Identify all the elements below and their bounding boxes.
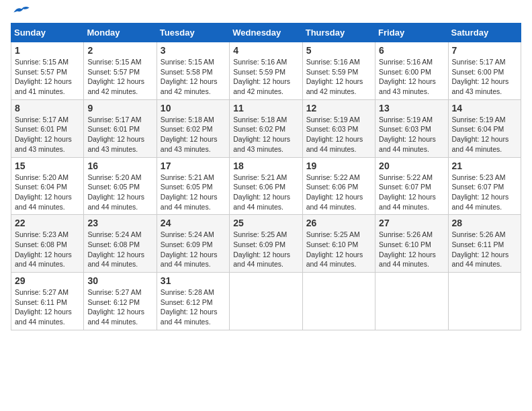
day-header-thursday: Thursday <box>302 24 375 42</box>
day-info: Sunrise: 5:23 AM Sunset: 6:07 PM Dayligh… <box>452 173 517 212</box>
calendar-cell: 29 Sunrise: 5:27 AM Sunset: 6:11 PM Dayl… <box>11 273 84 330</box>
calendar-cell: 16 Sunrise: 5:20 AM Sunset: 6:05 PM Dayl… <box>84 157 157 215</box>
day-number: 5 <box>306 45 371 56</box>
day-header-saturday: Saturday <box>448 24 521 42</box>
day-number: 12 <box>306 103 371 113</box>
calendar-cell: 18 Sunrise: 5:21 AM Sunset: 6:06 PM Dayl… <box>230 157 302 215</box>
day-info: Sunrise: 5:26 AM Sunset: 6:11 PM Dayligh… <box>452 230 517 269</box>
day-number: 16 <box>87 161 152 171</box>
day-number: 6 <box>379 45 444 56</box>
calendar-cell: 19 Sunrise: 5:22 AM Sunset: 6:06 PM Dayl… <box>302 157 375 215</box>
day-number: 26 <box>306 218 371 228</box>
calendar-cell: 22 Sunrise: 5:23 AM Sunset: 6:08 PM Dayl… <box>11 215 84 273</box>
day-info: Sunrise: 5:28 AM Sunset: 6:12 PM Dayligh… <box>161 287 226 327</box>
page-header <box>11 11 521 16</box>
day-info: Sunrise: 5:27 AM Sunset: 6:12 PM Dayligh… <box>87 287 152 327</box>
calendar-cell: 30 Sunrise: 5:27 AM Sunset: 6:12 PM Dayl… <box>84 273 157 330</box>
day-info: Sunrise: 5:23 AM Sunset: 6:08 PM Dayligh… <box>15 230 80 269</box>
day-number: 9 <box>87 103 152 113</box>
day-number: 15 <box>15 161 80 171</box>
day-info: Sunrise: 5:17 AM Sunset: 6:00 PM Dayligh… <box>452 57 517 97</box>
day-number: 10 <box>161 103 226 113</box>
calendar-cell: 17 Sunrise: 5:21 AM Sunset: 6:05 PM Dayl… <box>157 157 229 215</box>
day-header-sunday: Sunday <box>11 24 84 42</box>
day-info: Sunrise: 5:21 AM Sunset: 6:06 PM Dayligh… <box>233 173 298 212</box>
day-number: 21 <box>452 161 517 171</box>
calendar-cell: 1 Sunrise: 5:15 AM Sunset: 5:57 PM Dayli… <box>11 42 84 100</box>
calendar-cell: 3 Sunrise: 5:15 AM Sunset: 5:58 PM Dayli… <box>157 42 229 100</box>
day-number: 1 <box>15 45 80 56</box>
day-info: Sunrise: 5:24 AM Sunset: 6:08 PM Dayligh… <box>87 230 152 269</box>
calendar-table: SundayMondayTuesdayWednesdayThursdayFrid… <box>11 23 521 330</box>
day-info: Sunrise: 5:19 AM Sunset: 6:03 PM Dayligh… <box>306 115 371 154</box>
day-info: Sunrise: 5:22 AM Sunset: 6:06 PM Dayligh… <box>306 173 371 212</box>
day-info: Sunrise: 5:26 AM Sunset: 6:10 PM Dayligh… <box>379 230 444 269</box>
day-number: 30 <box>87 275 152 286</box>
day-info: Sunrise: 5:16 AM Sunset: 5:59 PM Dayligh… <box>306 57 371 97</box>
day-info: Sunrise: 5:19 AM Sunset: 6:04 PM Dayligh… <box>452 115 517 154</box>
day-info: Sunrise: 5:17 AM Sunset: 6:01 PM Dayligh… <box>87 115 152 154</box>
calendar-cell: 12 Sunrise: 5:19 AM Sunset: 6:03 PM Dayl… <box>302 99 375 157</box>
day-number: 28 <box>452 218 517 228</box>
day-number: 2 <box>87 45 152 56</box>
calendar-cell: 10 Sunrise: 5:18 AM Sunset: 6:02 PM Dayl… <box>157 99 229 157</box>
calendar-cell: 7 Sunrise: 5:17 AM Sunset: 6:00 PM Dayli… <box>448 42 521 100</box>
calendar-cell: 27 Sunrise: 5:26 AM Sunset: 6:10 PM Dayl… <box>375 215 448 273</box>
day-number: 24 <box>161 218 226 228</box>
calendar-cell: 14 Sunrise: 5:19 AM Sunset: 6:04 PM Dayl… <box>448 99 521 157</box>
day-info: Sunrise: 5:27 AM Sunset: 6:11 PM Dayligh… <box>15 287 80 327</box>
calendar-cell: 15 Sunrise: 5:20 AM Sunset: 6:04 PM Dayl… <box>11 157 84 215</box>
day-info: Sunrise: 5:15 AM Sunset: 5:58 PM Dayligh… <box>161 57 226 97</box>
day-number: 7 <box>452 45 517 56</box>
calendar-cell <box>448 273 521 330</box>
day-info: Sunrise: 5:18 AM Sunset: 6:02 PM Dayligh… <box>161 115 226 154</box>
calendar-cell: 11 Sunrise: 5:18 AM Sunset: 6:02 PM Dayl… <box>230 99 302 157</box>
calendar-cell <box>375 273 448 330</box>
day-number: 11 <box>233 103 298 113</box>
day-info: Sunrise: 5:25 AM Sunset: 6:10 PM Dayligh… <box>306 230 371 269</box>
day-info: Sunrise: 5:20 AM Sunset: 6:05 PM Dayligh… <box>87 173 152 212</box>
calendar-cell: 25 Sunrise: 5:25 AM Sunset: 6:09 PM Dayl… <box>230 215 302 273</box>
day-header-monday: Monday <box>84 24 157 42</box>
day-number: 13 <box>379 103 444 113</box>
calendar-cell: 31 Sunrise: 5:28 AM Sunset: 6:12 PM Dayl… <box>157 273 229 330</box>
logo-bird-icon <box>12 4 31 16</box>
calendar-cell: 6 Sunrise: 5:16 AM Sunset: 6:00 PM Dayli… <box>375 42 448 100</box>
logo <box>11 11 31 16</box>
calendar-cell: 20 Sunrise: 5:22 AM Sunset: 6:07 PM Dayl… <box>375 157 448 215</box>
day-info: Sunrise: 5:20 AM Sunset: 6:04 PM Dayligh… <box>15 173 80 212</box>
day-header-wednesday: Wednesday <box>230 24 302 42</box>
calendar-cell: 26 Sunrise: 5:25 AM Sunset: 6:10 PM Dayl… <box>302 215 375 273</box>
calendar-cell <box>302 273 375 330</box>
day-number: 3 <box>161 45 226 56</box>
day-info: Sunrise: 5:15 AM Sunset: 5:57 PM Dayligh… <box>15 57 80 97</box>
day-number: 25 <box>233 218 298 228</box>
day-number: 19 <box>306 161 371 171</box>
day-number: 17 <box>161 161 226 171</box>
calendar-cell: 2 Sunrise: 5:15 AM Sunset: 5:57 PM Dayli… <box>84 42 157 100</box>
day-info: Sunrise: 5:16 AM Sunset: 6:00 PM Dayligh… <box>379 57 444 97</box>
day-info: Sunrise: 5:25 AM Sunset: 6:09 PM Dayligh… <box>233 230 298 269</box>
day-number: 20 <box>379 161 444 171</box>
day-number: 14 <box>452 103 517 113</box>
calendar-cell: 13 Sunrise: 5:19 AM Sunset: 6:03 PM Dayl… <box>375 99 448 157</box>
day-info: Sunrise: 5:16 AM Sunset: 5:59 PM Dayligh… <box>233 57 298 97</box>
day-info: Sunrise: 5:17 AM Sunset: 6:01 PM Dayligh… <box>15 115 80 154</box>
day-number: 4 <box>233 45 298 56</box>
day-info: Sunrise: 5:21 AM Sunset: 6:05 PM Dayligh… <box>161 173 226 212</box>
day-number: 18 <box>233 161 298 171</box>
day-number: 29 <box>15 275 80 286</box>
day-number: 23 <box>87 218 152 228</box>
day-info: Sunrise: 5:24 AM Sunset: 6:09 PM Dayligh… <box>161 230 226 269</box>
calendar-cell: 4 Sunrise: 5:16 AM Sunset: 5:59 PM Dayli… <box>230 42 302 100</box>
day-number: 27 <box>379 218 444 228</box>
calendar-cell <box>230 273 302 330</box>
day-info: Sunrise: 5:18 AM Sunset: 6:02 PM Dayligh… <box>233 115 298 154</box>
day-info: Sunrise: 5:22 AM Sunset: 6:07 PM Dayligh… <box>379 173 444 212</box>
day-info: Sunrise: 5:19 AM Sunset: 6:03 PM Dayligh… <box>379 115 444 154</box>
calendar-cell: 23 Sunrise: 5:24 AM Sunset: 6:08 PM Dayl… <box>84 215 157 273</box>
day-number: 31 <box>161 275 226 286</box>
day-number: 8 <box>15 103 80 113</box>
calendar-cell: 28 Sunrise: 5:26 AM Sunset: 6:11 PM Dayl… <box>448 215 521 273</box>
day-number: 22 <box>15 218 80 228</box>
